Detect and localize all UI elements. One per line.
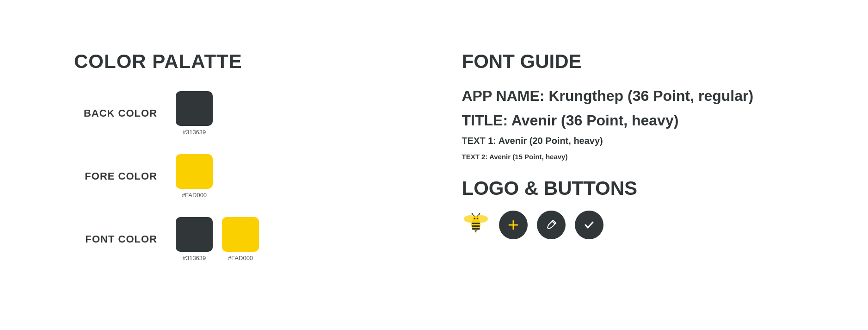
right-panel: FONT GUIDE APP NAME: Krungthep (36 Point…	[434, 50, 794, 280]
back-color-swatch	[176, 91, 213, 126]
font-color-yellow-swatch-group: #FAD000	[222, 217, 259, 262]
back-color-hex: #313639	[183, 129, 206, 136]
edit-button[interactable]	[537, 211, 566, 239]
font-color-row: FONT COLOR #313639 #FAD000	[74, 217, 406, 262]
confirm-button[interactable]	[575, 211, 603, 239]
add-button[interactable]	[499, 211, 528, 239]
fore-color-swatches: #FAD000	[176, 154, 213, 199]
font-color-swatches: #313639 #FAD000	[176, 217, 259, 262]
back-color-label: BACK COLOR	[74, 107, 157, 119]
fore-color-swatch	[176, 154, 213, 189]
svg-rect-5	[472, 228, 480, 230]
text2-value: Avenir (15 Point, heavy)	[487, 153, 567, 161]
svg-point-7	[474, 218, 475, 219]
color-palette-title: COLOR PALATTE	[74, 50, 406, 73]
text2-entry: TEXT 2: Avenir (15 Point, heavy)	[462, 153, 794, 161]
bee-logo-icon	[462, 212, 490, 237]
title-value: Avenir (36 Point, heavy)	[508, 112, 678, 129]
buttons-row	[462, 211, 794, 239]
svg-point-6	[473, 216, 479, 222]
text1-entry: TEXT 1: Avenir (20 Point, heavy)	[462, 136, 794, 146]
text1-label: TEXT 1:	[462, 136, 496, 146]
app-name-entry: APP NAME: Krungthep (36 Point, regular)	[462, 87, 794, 106]
app-name-value: Krungthep (36 Point, regular)	[544, 87, 753, 104]
svg-point-11	[471, 213, 473, 215]
text2-label: TEXT 2:	[462, 153, 488, 161]
fore-color-swatch-group: #FAD000	[176, 154, 213, 199]
title-label: TITLE:	[462, 112, 508, 129]
font-guide-title: FONT GUIDE	[462, 50, 794, 73]
svg-marker-13	[475, 230, 477, 233]
back-color-swatches: #313639	[176, 91, 213, 136]
svg-point-8	[476, 218, 478, 219]
svg-rect-4	[472, 225, 480, 227]
font-color-dark-swatch	[176, 217, 213, 252]
svg-rect-3	[472, 223, 480, 224]
app-name-label: APP NAME:	[462, 87, 545, 104]
color-palette-section: COLOR PALATTE BACK COLOR #313639 FORE CO…	[74, 50, 434, 280]
title-entry: TITLE: Avenir (36 Point, heavy)	[462, 112, 794, 129]
font-color-label: FONT COLOR	[74, 233, 157, 245]
font-color-dark-hex: #313639	[183, 255, 206, 262]
svg-point-12	[479, 213, 480, 215]
fore-color-hex: #FAD000	[182, 192, 207, 199]
text1-value: Avenir (20 Point, heavy)	[496, 136, 603, 146]
fore-color-row: FORE COLOR #FAD000	[74, 154, 406, 199]
font-color-dark-swatch-group: #313639	[176, 217, 213, 262]
logo-buttons-title: LOGO & BUTTONS	[462, 177, 794, 199]
back-color-row: BACK COLOR #313639	[74, 91, 406, 136]
font-color-yellow-hex: #FAD000	[228, 255, 253, 262]
fore-color-label: FORE COLOR	[74, 170, 157, 182]
font-color-yellow-swatch	[222, 217, 259, 252]
back-color-swatch-group: #313639	[176, 91, 213, 136]
